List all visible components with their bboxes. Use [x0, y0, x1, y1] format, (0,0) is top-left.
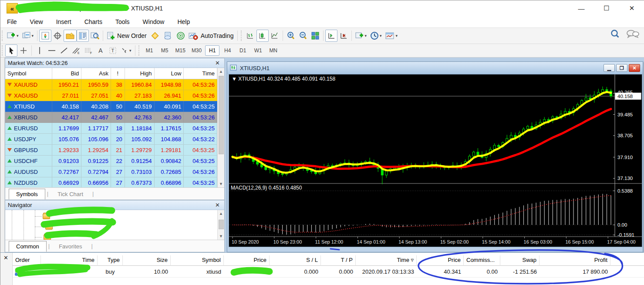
chart-window-titlebar[interactable]: XTIUSD,H1 ▁ ❐ ✕: [227, 62, 643, 74]
market-watch-close-icon[interactable]: ✕: [213, 60, 222, 66]
terminal-close-icon[interactable]: ✕: [3, 254, 12, 261]
bar-chart-button[interactable]: [244, 30, 256, 42]
chart-close-button[interactable]: ✕: [629, 64, 640, 72]
trade-col-commiss[interactable]: Commiss...: [464, 255, 500, 266]
market-watch-row-xagusd[interactable]: XAGUSD27.01127.0514027.18326.94104:53:26: [5, 90, 217, 101]
column-header-bid[interactable]: Bid: [52, 68, 82, 79]
vertical-line-tool[interactable]: [34, 44, 46, 57]
chart-shift-button[interactable]: [337, 30, 350, 42]
crosshair-tool[interactable]: [17, 44, 30, 57]
market-watch-row-xtiusd[interactable]: XTIUSD40.15840.2085040.51940.09104:53:25: [5, 101, 217, 112]
trade-col-swap[interactable]: Swap: [500, 255, 539, 266]
chart-minimize-button[interactable]: ▁: [604, 64, 615, 72]
text-tool[interactable]: A: [94, 44, 107, 57]
navigator-scrollbar[interactable]: ▲ ▼: [217, 210, 224, 240]
trendline-tool[interactable]: [58, 44, 70, 57]
trade-col-price[interactable]: Price: [417, 255, 464, 266]
channel-tool[interactable]: E: [70, 44, 82, 57]
arrows-tool[interactable]: ▾: [119, 44, 133, 57]
text-label-tool[interactable]: T: [107, 44, 119, 57]
trade-col-time-close[interactable]: Time ▿: [356, 255, 417, 266]
timeframe-m5[interactable]: M5: [158, 45, 172, 56]
order-cell[interactable]: [13, 266, 41, 278]
timeframe-m30[interactable]: M30: [189, 45, 204, 56]
menu-insert[interactable]: Insert: [50, 17, 78, 27]
search-icon[interactable]: [610, 29, 620, 39]
trade-col-time[interactable]: Time: [41, 255, 98, 266]
market-watch-row-eurusd[interactable]: EURUSD1.176991.17717181.181841.1761504:5…: [5, 123, 217, 134]
minimize-button[interactable]: —: [569, 0, 594, 16]
scroll-down-icon[interactable]: ▼: [218, 180, 224, 187]
scroll-up-icon[interactable]: ▲: [218, 210, 224, 217]
tab-tick-chart[interactable]: Tick Chart: [50, 189, 91, 200]
market-watch-row-usdjpy[interactable]: USDJPY105.076105.09620105.092104.86804:5…: [5, 134, 217, 145]
tab-favorites[interactable]: Favorites: [51, 241, 89, 252]
trade-col-sl[interactable]: S / L: [270, 255, 321, 266]
market-watch-row-xbrusd[interactable]: XBRUSD42.41742.4675042.76342.36004:53:26: [5, 112, 217, 123]
horizontal-line-tool[interactable]: [46, 44, 58, 57]
timeframe-m15[interactable]: M15: [173, 45, 188, 56]
tile-windows-button[interactable]: [309, 30, 321, 42]
periods-button[interactable]: ▾: [368, 30, 384, 42]
market-watch-row-gbpusd[interactable]: GBPUSD1.292331.29254211.297291.2918104:5…: [5, 145, 217, 156]
tab-common[interactable]: Common: [9, 241, 47, 252]
data-window-button[interactable]: [51, 30, 64, 42]
trade-col-tp[interactable]: T / P: [321, 255, 356, 266]
close-button[interactable]: ✕: [619, 0, 644, 16]
tab-symbols[interactable]: Symbols: [9, 189, 45, 200]
market-watch-row-audusd[interactable]: AUDUSD0.727670.72794270.731030.7268504:5…: [5, 166, 217, 177]
market-watch-toggle[interactable]: [39, 30, 51, 42]
trade-col-profit[interactable]: Profit: [539, 255, 610, 266]
navigator-tree[interactable]: [5, 210, 217, 240]
indicators-button[interactable]: ▾: [354, 30, 369, 42]
trade-col-size[interactable]: Size: [123, 255, 171, 266]
timeframe-h4[interactable]: H4: [220, 45, 235, 56]
menu-charts[interactable]: Charts: [78, 17, 109, 27]
chat-icon[interactable]: [626, 29, 639, 39]
trade-col-order[interactable]: Order: [13, 255, 41, 266]
candlestick-chart-button[interactable]: [256, 30, 269, 42]
timeframe-mn[interactable]: MN: [266, 45, 280, 56]
column-header-high[interactable]: High: [125, 68, 155, 79]
mql5-cloud-button[interactable]: [162, 30, 175, 42]
new-order-button[interactable]: New Order: [105, 30, 148, 42]
terminal-toggle[interactable]: [77, 30, 89, 42]
trade-col-symbol[interactable]: Symbol: [171, 255, 224, 266]
market-watch-row-xauusd[interactable]: XAUUSD1950.211950.59381960.841948.9804:5…: [5, 79, 217, 90]
market-watch-row-usdchf[interactable]: USDCHF0.912030.91225220.912540.9084204:5…: [5, 156, 217, 166]
menu-window[interactable]: Window: [136, 17, 171, 27]
navigator-close-icon[interactable]: ✕: [213, 202, 222, 208]
market-watch-row-nzdusd[interactable]: NZDUSD0.669290.66956270.673730.6689604:5…: [5, 177, 217, 188]
market-watch-scrollbar[interactable]: ▲ ▼: [217, 68, 224, 187]
fibonacci-tool[interactable]: F: [82, 44, 94, 57]
column-header-time[interactable]: Time: [184, 68, 217, 79]
menu-view[interactable]: View: [24, 17, 50, 27]
column-header-[interactable]: !: [111, 68, 125, 79]
menu-tools[interactable]: Tools: [109, 17, 136, 27]
cursor-tool[interactable]: [5, 44, 17, 57]
maximize-button[interactable]: ☐: [594, 0, 619, 16]
timeframe-m1[interactable]: M1: [142, 45, 157, 56]
strategy-tester-button[interactable]: [89, 30, 101, 42]
profiles-button[interactable]: ▾: [20, 30, 36, 42]
trade-col-price[interactable]: Price: [224, 255, 270, 266]
column-header-ask[interactable]: Ask: [81, 68, 111, 79]
chart-restore-button[interactable]: ❐: [616, 64, 627, 72]
autotrading-button[interactable]: AutoTrading: [187, 30, 236, 42]
zoom-out-button[interactable]: [297, 30, 309, 42]
new-chart-button[interactable]: ▾: [5, 30, 20, 42]
column-header-low[interactable]: Low: [155, 68, 184, 79]
metaeditor-button[interactable]: [148, 30, 162, 42]
trade-col-type[interactable]: Type: [98, 255, 123, 266]
timeframe-w1[interactable]: W1: [251, 45, 265, 56]
scroll-up-icon[interactable]: ▲: [218, 68, 224, 75]
scroll-down-icon[interactable]: ▼: [218, 233, 224, 240]
zoom-in-button[interactable]: [285, 30, 297, 42]
chart-canvas[interactable]: 40.26539.48538.70537.91037.13040.1580.53…: [229, 74, 642, 247]
menu-file[interactable]: File: [0, 17, 24, 27]
navigator-toggle[interactable]: [64, 30, 77, 42]
line-chart-button[interactable]: [269, 30, 281, 42]
column-header-symbol[interactable]: Symbol: [5, 68, 52, 79]
timeframe-d1[interactable]: D1: [236, 45, 250, 56]
timeframe-h1[interactable]: H1: [205, 45, 219, 56]
